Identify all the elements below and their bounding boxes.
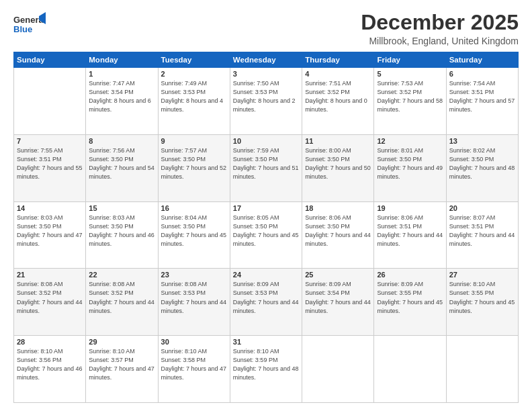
- day-info: Sunrise: 8:02 AM Sunset: 3:50 PM Dayligh…: [449, 146, 515, 181]
- day-info: Sunrise: 8:00 AM Sunset: 3:50 PM Dayligh…: [305, 146, 371, 181]
- page: General Blue December 2025 Millbrook, En…: [0, 0, 532, 411]
- day-number: 13: [449, 137, 515, 145]
- day-info: Sunrise: 7:55 AM Sunset: 3:51 PM Dayligh…: [17, 146, 83, 181]
- calendar-cell-w3-d4: 18Sunrise: 8:06 AM Sunset: 3:50 PM Dayli…: [302, 201, 374, 269]
- day-info: Sunrise: 8:08 AM Sunset: 3:52 PM Dayligh…: [17, 280, 83, 315]
- calendar-cell-w3-d5: 19Sunrise: 8:06 AM Sunset: 3:51 PM Dayli…: [374, 201, 446, 269]
- calendar-cell-w4-d4: 25Sunrise: 8:09 AM Sunset: 3:54 PM Dayli…: [302, 269, 374, 336]
- calendar-week-2: 7Sunrise: 7:55 AM Sunset: 3:51 PM Daylig…: [14, 134, 519, 201]
- day-info: Sunrise: 8:05 AM Sunset: 3:50 PM Dayligh…: [233, 214, 299, 248]
- day-info: Sunrise: 7:59 AM Sunset: 3:50 PM Dayligh…: [233, 146, 299, 181]
- day-info: Sunrise: 8:10 AM Sunset: 3:55 PM Dayligh…: [449, 280, 515, 315]
- day-number: 25: [305, 271, 371, 279]
- title-block: December 2025 Millbrook, England, United…: [361, 11, 519, 46]
- month-title: December 2025: [361, 11, 519, 34]
- calendar-cell-w2-d0: 7Sunrise: 7:55 AM Sunset: 3:51 PM Daylig…: [14, 134, 86, 201]
- calendar-cell-w4-d5: 26Sunrise: 8:09 AM Sunset: 3:55 PM Dayli…: [374, 269, 446, 336]
- day-number: 7: [17, 137, 83, 145]
- day-info: Sunrise: 7:54 AM Sunset: 3:51 PM Dayligh…: [449, 79, 515, 114]
- day-number: 12: [377, 137, 443, 145]
- calendar-cell-w2-d5: 12Sunrise: 8:01 AM Sunset: 3:50 PM Dayli…: [374, 134, 446, 201]
- calendar-cell-w5-d0: 28Sunrise: 8:10 AM Sunset: 3:56 PM Dayli…: [14, 336, 86, 403]
- calendar-cell-w2-d6: 13Sunrise: 8:02 AM Sunset: 3:50 PM Dayli…: [446, 134, 518, 201]
- calendar-header-row: Sunday Monday Tuesday Wednesday Thursday…: [14, 52, 519, 68]
- header-wednesday: Wednesday: [230, 52, 302, 68]
- day-number: 30: [161, 338, 227, 346]
- day-number: 10: [233, 137, 299, 145]
- day-number: 23: [161, 271, 227, 279]
- calendar-cell-w1-d2: 2Sunrise: 7:49 AM Sunset: 3:53 PM Daylig…: [158, 68, 230, 135]
- calendar-cell-w4-d3: 24Sunrise: 8:09 AM Sunset: 3:53 PM Dayli…: [230, 269, 302, 336]
- calendar-cell-w5-d3: 31Sunrise: 8:10 AM Sunset: 3:59 PM Dayli…: [230, 336, 302, 403]
- header-monday: Monday: [86, 52, 158, 68]
- calendar-cell-w1-d0: [14, 68, 86, 135]
- calendar-week-3: 14Sunrise: 8:03 AM Sunset: 3:50 PM Dayli…: [14, 201, 519, 269]
- day-number: 17: [233, 204, 299, 212]
- calendar-cell-w3-d6: 20Sunrise: 8:07 AM Sunset: 3:51 PM Dayli…: [446, 201, 518, 269]
- calendar-cell-w1-d4: 4Sunrise: 7:51 AM Sunset: 3:52 PM Daylig…: [302, 68, 374, 135]
- day-info: Sunrise: 8:04 AM Sunset: 3:50 PM Dayligh…: [161, 214, 227, 248]
- header-sunday: Sunday: [14, 52, 86, 68]
- day-number: 26: [377, 271, 443, 279]
- day-number: 20: [449, 204, 515, 212]
- day-info: Sunrise: 7:57 AM Sunset: 3:50 PM Dayligh…: [161, 146, 227, 181]
- header-friday: Friday: [374, 52, 446, 68]
- calendar-cell-w3-d1: 15Sunrise: 8:03 AM Sunset: 3:50 PM Dayli…: [86, 201, 158, 269]
- day-number: 21: [17, 271, 83, 279]
- calendar-cell-w4-d0: 21Sunrise: 8:08 AM Sunset: 3:52 PM Dayli…: [14, 269, 86, 336]
- calendar-cell-w2-d3: 10Sunrise: 7:59 AM Sunset: 3:50 PM Dayli…: [230, 134, 302, 201]
- calendar-cell-w5-d4: [302, 336, 374, 403]
- day-info: Sunrise: 8:07 AM Sunset: 3:51 PM Dayligh…: [449, 214, 515, 248]
- day-number: 18: [305, 204, 371, 212]
- day-number: 28: [17, 338, 83, 346]
- day-info: Sunrise: 8:10 AM Sunset: 3:58 PM Dayligh…: [161, 347, 227, 382]
- calendar-cell-w2-d2: 9Sunrise: 7:57 AM Sunset: 3:50 PM Daylig…: [158, 134, 230, 201]
- day-info: Sunrise: 8:09 AM Sunset: 3:55 PM Dayligh…: [377, 280, 443, 315]
- calendar-cell-w2-d4: 11Sunrise: 8:00 AM Sunset: 3:50 PM Dayli…: [302, 134, 374, 201]
- header: General Blue December 2025 Millbrook, En…: [13, 11, 519, 46]
- calendar-cell-w5-d5: [374, 336, 446, 403]
- day-info: Sunrise: 7:49 AM Sunset: 3:53 PM Dayligh…: [161, 79, 227, 114]
- location: Millbrook, England, United Kingdom: [361, 36, 519, 46]
- day-number: 9: [161, 137, 227, 145]
- calendar-cell-w4-d2: 23Sunrise: 8:08 AM Sunset: 3:53 PM Dayli…: [158, 269, 230, 336]
- logo-icon: General Blue: [13, 11, 46, 39]
- day-number: 19: [377, 204, 443, 212]
- day-info: Sunrise: 7:51 AM Sunset: 3:52 PM Dayligh…: [305, 79, 371, 114]
- day-info: Sunrise: 8:09 AM Sunset: 3:54 PM Dayligh…: [305, 280, 371, 315]
- day-info: Sunrise: 7:56 AM Sunset: 3:50 PM Dayligh…: [89, 146, 154, 181]
- day-info: Sunrise: 8:08 AM Sunset: 3:53 PM Dayligh…: [161, 280, 227, 315]
- calendar-week-1: 1Sunrise: 7:47 AM Sunset: 3:54 PM Daylig…: [14, 68, 519, 135]
- calendar-cell-w1-d3: 3Sunrise: 7:50 AM Sunset: 3:53 PM Daylig…: [230, 68, 302, 135]
- calendar-cell-w4-d1: 22Sunrise: 8:08 AM Sunset: 3:52 PM Dayli…: [86, 269, 158, 336]
- calendar-table: Sunday Monday Tuesday Wednesday Thursday…: [13, 52, 519, 403]
- day-number: 4: [305, 70, 371, 78]
- calendar-cell-w1-d6: 6Sunrise: 7:54 AM Sunset: 3:51 PM Daylig…: [446, 68, 518, 135]
- day-info: Sunrise: 7:53 AM Sunset: 3:52 PM Dayligh…: [377, 79, 443, 114]
- day-info: Sunrise: 8:01 AM Sunset: 3:50 PM Dayligh…: [377, 146, 443, 181]
- day-info: Sunrise: 8:06 AM Sunset: 3:50 PM Dayligh…: [305, 214, 371, 248]
- calendar-cell-w5-d2: 30Sunrise: 8:10 AM Sunset: 3:58 PM Dayli…: [158, 336, 230, 403]
- day-info: Sunrise: 8:06 AM Sunset: 3:51 PM Dayligh…: [377, 214, 443, 248]
- header-thursday: Thursday: [302, 52, 374, 68]
- logo: General Blue: [13, 11, 46, 42]
- calendar-week-4: 21Sunrise: 8:08 AM Sunset: 3:52 PM Dayli…: [14, 269, 519, 336]
- day-info: Sunrise: 8:10 AM Sunset: 3:59 PM Dayligh…: [233, 347, 299, 382]
- day-info: Sunrise: 8:10 AM Sunset: 3:57 PM Dayligh…: [89, 347, 154, 382]
- calendar-cell-w5-d6: [446, 336, 518, 403]
- calendar-cell-w1-d5: 5Sunrise: 7:53 AM Sunset: 3:52 PM Daylig…: [374, 68, 446, 135]
- day-number: 5: [377, 70, 443, 78]
- calendar-cell-w4-d6: 27Sunrise: 8:10 AM Sunset: 3:55 PM Dayli…: [446, 269, 518, 336]
- day-number: 14: [17, 204, 83, 212]
- day-info: Sunrise: 8:10 AM Sunset: 3:56 PM Dayligh…: [17, 347, 83, 382]
- calendar-cell-w3-d2: 16Sunrise: 8:04 AM Sunset: 3:50 PM Dayli…: [158, 201, 230, 269]
- day-number: 3: [233, 70, 299, 78]
- day-info: Sunrise: 7:47 AM Sunset: 3:54 PM Dayligh…: [89, 79, 154, 114]
- day-number: 2: [161, 70, 227, 78]
- header-tuesday: Tuesday: [158, 52, 230, 68]
- svg-text:Blue: Blue: [13, 24, 32, 34]
- day-number: 1: [89, 70, 154, 78]
- day-number: 16: [161, 204, 227, 212]
- calendar-cell-w3-d0: 14Sunrise: 8:03 AM Sunset: 3:50 PM Dayli…: [14, 201, 86, 269]
- day-number: 22: [89, 271, 154, 279]
